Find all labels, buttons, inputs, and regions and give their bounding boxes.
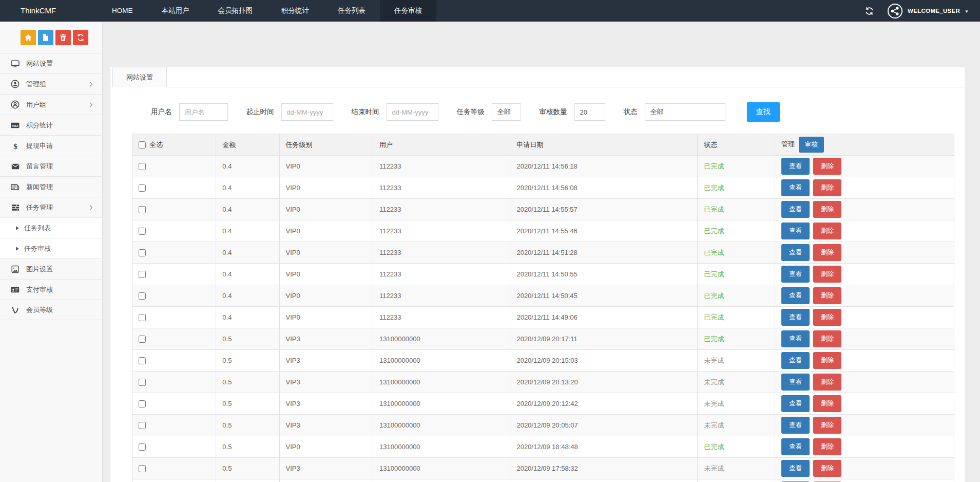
view-button[interactable]: 查看 xyxy=(781,330,810,347)
delete-button[interactable]: 删除 xyxy=(813,374,841,391)
nav-item[interactable]: 任务审核 xyxy=(380,0,436,22)
nav-item[interactable]: HOME xyxy=(98,0,147,22)
view-button[interactable]: 查看 xyxy=(781,266,810,283)
manage-label: 管理 xyxy=(781,140,795,148)
delete-button[interactable]: 删除 xyxy=(813,438,841,455)
status-select[interactable]: 全部 xyxy=(645,103,725,121)
row-checkbox[interactable] xyxy=(139,271,146,278)
sidebar-item-label: 任务管理 xyxy=(26,203,53,212)
delete-button[interactable]: 删除 xyxy=(813,417,841,434)
status-filter: 状态 全部 xyxy=(624,103,725,121)
end-time-label: 结束时间 xyxy=(352,107,379,117)
view-button[interactable]: 查看 xyxy=(781,223,810,239)
delete-button[interactable]: 删除 xyxy=(813,352,841,369)
view-button[interactable]: 查看 xyxy=(781,417,810,434)
view-button[interactable]: 查看 xyxy=(781,244,810,261)
view-button[interactable]: 查看 xyxy=(781,438,810,455)
delete-button[interactable]: 删除 xyxy=(813,309,841,326)
sidebar-item[interactable]: 新闻管理 xyxy=(0,176,102,197)
delete-button[interactable]: 删除 xyxy=(813,460,841,477)
sidebar-item-label: 积分统计 xyxy=(26,121,53,130)
view-button[interactable]: 查看 xyxy=(781,352,810,369)
end-time-filter: 结束时间 xyxy=(352,103,438,121)
cell-task-level: VIP3 xyxy=(279,372,373,393)
start-time-input[interactable] xyxy=(281,103,333,121)
view-button[interactable]: 查看 xyxy=(781,309,810,326)
cell-amount: 0.4 xyxy=(216,156,279,177)
task-level-select[interactable]: 全部 xyxy=(492,103,521,121)
sidebar-item[interactable]: $ 提现申请 xyxy=(0,135,102,156)
delete-button[interactable]: 删除 xyxy=(813,244,841,261)
delete-button[interactable]: 删除 xyxy=(813,223,841,239)
row-checkbox[interactable] xyxy=(139,379,146,386)
row-checkbox[interactable] xyxy=(139,357,146,364)
nav-item[interactable]: 任务列表 xyxy=(323,0,380,22)
delete-button[interactable]: 删除 xyxy=(813,201,841,218)
audit-button[interactable]: 审核 xyxy=(799,137,824,153)
row-checkbox[interactable] xyxy=(139,400,146,407)
nav-item[interactable]: 会员拓扑图 xyxy=(204,0,267,22)
delete-button[interactable]: 删除 xyxy=(813,179,841,196)
row-checkbox[interactable] xyxy=(139,249,146,256)
sidebar-item[interactable]: VISA 积分统计 xyxy=(0,115,102,135)
view-button[interactable]: 查看 xyxy=(781,374,810,391)
sidebar-item[interactable]: 留言管理 xyxy=(0,156,102,176)
sidebar-item[interactable]: 用户组 xyxy=(0,94,102,115)
username-input[interactable] xyxy=(179,103,228,121)
row-checkbox[interactable] xyxy=(139,184,146,192)
view-button[interactable]: 查看 xyxy=(781,287,810,304)
sidebar-item[interactable]: 会员等级 xyxy=(0,300,102,320)
start-time-label: 起止时间 xyxy=(246,107,274,117)
cell-amount: 0.4 xyxy=(216,199,279,220)
row-checkbox[interactable] xyxy=(139,336,146,343)
delete-button[interactable]: 删除 xyxy=(813,158,841,175)
delete-button[interactable]: 删除 xyxy=(813,395,841,412)
sidebar-item[interactable]: 网站设置 xyxy=(0,53,102,73)
view-button[interactable]: 查看 xyxy=(781,460,810,477)
cell-apply-date: 2020/12/09 20:05:07 xyxy=(510,415,698,436)
sidebar-item[interactable]: 任务列表 xyxy=(0,217,102,238)
start-time-filter: 起止时间 xyxy=(246,103,333,121)
row-checkbox[interactable] xyxy=(139,443,146,451)
view-button[interactable]: 查看 xyxy=(781,158,810,175)
row-checkbox[interactable] xyxy=(139,292,146,300)
nav-item[interactable]: 积分统计 xyxy=(267,0,323,22)
toolbar-button[interactable] xyxy=(21,30,36,45)
cell-apply-date: 2020/12/11 14:50:55 xyxy=(510,264,698,285)
cell-task-level: VIP3 xyxy=(279,393,373,415)
refresh-icon[interactable] xyxy=(865,7,874,15)
user-menu[interactable]: WELCOME_USER ▼ xyxy=(887,3,969,19)
sidebar-item-label: 图片设置 xyxy=(26,265,53,274)
delete-button[interactable]: 删除 xyxy=(813,330,841,347)
sidebar-item[interactable]: 管理组 xyxy=(0,73,102,94)
row-checkbox[interactable] xyxy=(139,206,146,213)
view-button[interactable]: 查看 xyxy=(781,395,810,412)
table-row: 0.4 VIP0 112233 2020/12/11 14:50:45 已完成 … xyxy=(132,285,954,307)
nav-item[interactable]: 本站用户 xyxy=(147,0,204,22)
sidebar-item[interactable]: 图片设置 xyxy=(0,258,102,279)
sidebar-item[interactable]: 支付审核 xyxy=(0,279,102,300)
search-button[interactable]: 查找 xyxy=(747,102,780,122)
row-checkbox[interactable] xyxy=(139,422,146,429)
row-checkbox[interactable] xyxy=(139,163,146,170)
brand-logo[interactable]: ThinkCMF xyxy=(0,0,98,22)
tab-site-settings[interactable]: 网站设置 xyxy=(112,67,167,87)
row-checkbox[interactable] xyxy=(139,465,146,472)
sidebar-item[interactable]: 任务管理 xyxy=(0,197,102,217)
chevron-right-icon xyxy=(88,102,94,108)
delete-button[interactable]: 删除 xyxy=(813,266,841,283)
end-time-input[interactable] xyxy=(387,103,438,121)
table-row: 0.4 VIP0 112233 2020/12/11 14:55:57 已完成 … xyxy=(132,199,954,220)
audit-count-input[interactable] xyxy=(574,103,605,121)
toolbar-button[interactable] xyxy=(73,30,88,45)
select-all-checkbox[interactable] xyxy=(139,141,146,149)
toolbar-button[interactable] xyxy=(38,30,53,45)
view-button[interactable]: 查看 xyxy=(781,201,810,218)
row-checkbox[interactable] xyxy=(139,314,146,321)
view-button[interactable]: 查看 xyxy=(781,179,810,196)
row-checkbox[interactable] xyxy=(139,228,146,235)
delete-button[interactable]: 删除 xyxy=(813,287,841,304)
toolbar-button[interactable] xyxy=(55,30,71,45)
sidebar-item[interactable]: 任务审核 xyxy=(0,238,102,258)
status-text: 已完成 xyxy=(704,292,724,300)
